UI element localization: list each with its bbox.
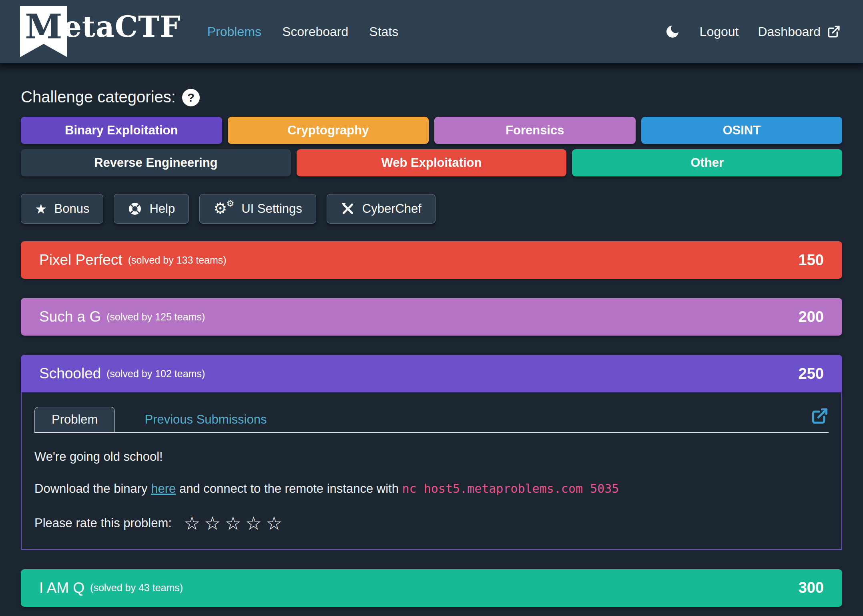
rating-star-5-icon[interactable]: ☆ [266,514,282,532]
rating-label: Please rate this problem: [34,516,172,530]
challenge-points: 150 [799,252,824,269]
challenge-solved-count: (solved by 43 teams) [90,582,183,594]
category-row-1: Binary Exploitation Cryptography Forensi… [21,117,842,144]
page-title: Challenge categories: [21,88,176,106]
tab-problem[interactable]: Problem [34,407,115,432]
dark-mode-moon-icon[interactable] [664,24,680,40]
crossed-tools-icon [341,202,355,216]
star-rating-widget: ☆ ☆ ☆ ☆ ☆ [184,514,282,532]
main-content: Challenge categories: ? Binary Exploitat… [0,63,863,607]
dashboard-link[interactable]: Dashboard [758,24,841,39]
download-here-link[interactable]: here [151,482,176,496]
challenge-row-schooled[interactable]: Schooled (solved by 102 teams) 250 [21,355,842,392]
challenge-points: 250 [799,365,824,382]
challenge-title: Schooled [39,365,101,382]
challenge-solved-count: (solved by 102 teams) [106,368,205,380]
category-binary-exploitation-button[interactable]: Binary Exploitation [21,117,222,144]
ui-settings-button-label: UI Settings [241,202,302,216]
netcat-command: nc host5.metaproblems.com 5035 [402,482,619,496]
open-challenge-external-button[interactable] [811,407,829,426]
star-icon: ★ [35,202,47,216]
category-other-button[interactable]: Other [572,149,842,176]
toolbar: ★ Bonus Help ⚙ [21,194,842,224]
rating-star-4-icon[interactable]: ☆ [245,514,262,532]
challenge-title: I AM Q [39,580,84,596]
category-row-2: Reverse Engineering Web Exploitation Oth… [21,149,842,176]
ui-settings-button[interactable]: ⚙ ⚙ UI Settings [199,194,316,224]
challenge-list: Pixel Perfect (solved by 133 teams) 150 … [21,241,842,607]
challenge-title: Pixel Perfect [39,252,122,268]
top-navbar: M etaCTF Problems Scoreboard Stats Logou… [0,0,863,63]
logo-text: etaCTF [63,6,181,48]
download-text-prefix: Download the binary [34,482,151,496]
nav-link-stats[interactable]: Stats [369,24,398,39]
logout-link[interactable]: Logout [700,24,739,39]
external-link-icon [811,407,829,425]
tab-previous-submissions[interactable]: Previous Submissions [145,407,267,432]
nav-right: Logout Dashboard [664,24,841,40]
challenge-detail-panel: Problem Previous Submissions We're going… [21,392,842,550]
help-button-label: Help [149,202,175,216]
challenge-solved-count: (solved by 125 teams) [106,311,205,323]
problem-intro-text: We're going old school! [34,449,829,465]
help-button[interactable]: Help [114,194,189,224]
download-text-middle: and connect to the remote instance with [176,482,402,496]
challenge-points: 300 [799,579,824,596]
challenge-row-pixel-perfect[interactable]: Pixel Perfect (solved by 133 teams) 150 [21,241,842,279]
cyberchef-button-label: CyberChef [362,202,421,216]
dashboard-link-label: Dashboard [758,24,821,39]
challenge-categories-heading-row: Challenge categories: ? [21,87,842,106]
life-ring-icon [128,202,142,216]
category-web-exploitation-button[interactable]: Web Exploitation [297,149,567,176]
bookmark-logo-icon: M [20,6,67,57]
panel-tabs: Problem Previous Submissions [34,407,829,433]
rating-star-1-icon[interactable]: ☆ [184,514,200,532]
gears-icon: ⚙ ⚙ [213,200,234,218]
challenge-title: Such a G [39,308,101,325]
challenge-group-schooled: Schooled (solved by 102 teams) 250 Probl… [21,355,842,550]
metactf-problems-page: M etaCTF Problems Scoreboard Stats Logou… [0,0,863,616]
challenge-row-i-am-q[interactable]: I AM Q (solved by 43 teams) 300 [21,569,842,607]
external-link-icon [827,25,841,38]
nav-links: Problems Scoreboard Stats [207,24,399,39]
category-reverse-engineering-button[interactable]: Reverse Engineering [21,149,291,176]
rating-row: Please rate this problem: ☆ ☆ ☆ ☆ ☆ [34,514,829,532]
nav-link-scoreboard[interactable]: Scoreboard [282,24,348,39]
help-question-icon[interactable]: ? [182,89,200,106]
bonus-button-label: Bonus [54,202,89,216]
challenge-solved-count: (solved by 133 teams) [128,254,227,266]
nav-link-problems[interactable]: Problems [207,24,261,39]
challenge-row-such-a-g[interactable]: Such a G (solved by 125 teams) 200 [21,298,842,336]
problem-download-line: Download the binary here and connect to … [34,481,829,497]
bonus-button[interactable]: ★ Bonus [21,194,103,224]
category-cryptography-button[interactable]: Cryptography [228,117,429,144]
problem-description: We're going old school! Download the bin… [34,449,829,532]
rating-star-2-icon[interactable]: ☆ [204,514,221,532]
rating-star-3-icon[interactable]: ☆ [225,514,241,532]
category-filter-grid: Binary Exploitation Cryptography Forensi… [21,117,842,176]
category-forensics-button[interactable]: Forensics [434,117,636,144]
logo-letter-m: M [25,6,62,48]
category-osint-button[interactable]: OSINT [641,117,843,144]
cyberchef-button[interactable]: CyberChef [327,194,436,224]
metactf-logo[interactable]: M etaCTF [20,6,181,57]
challenge-points: 200 [799,308,824,326]
